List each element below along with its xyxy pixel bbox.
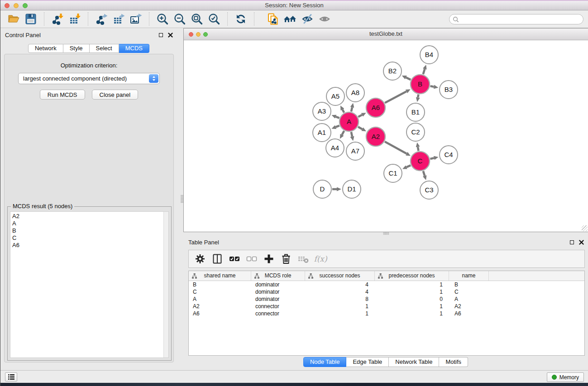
network-minimize-button[interactable]	[196, 32, 201, 37]
graph-node-C3[interactable]: C3	[420, 181, 438, 199]
zoom-selected-button[interactable]	[206, 11, 223, 27]
graph-edge-C-C3[interactable]	[423, 171, 425, 176]
graph-edge-B-B4[interactable]	[423, 69, 425, 74]
graph-edge-B-B2[interactable]	[406, 77, 411, 80]
table-row[interactable]: Bdominator41B	[189, 281, 584, 288]
graph-node-C2[interactable]: C2	[406, 123, 425, 141]
graph-node-D1[interactable]: D1	[343, 180, 361, 198]
float-panel-icon[interactable]	[159, 33, 163, 37]
graph-node-D[interactable]: D	[313, 180, 331, 198]
zoom-window-button[interactable]	[23, 3, 28, 8]
column-layout-button[interactable]	[209, 251, 226, 267]
select-all-button[interactable]	[226, 251, 243, 267]
deselect-all-button[interactable]	[243, 251, 260, 267]
graph-edge-A-A5[interactable]	[343, 110, 344, 113]
graph-edge-B-B1[interactable]	[418, 95, 418, 98]
result-list-item[interactable]: A	[12, 220, 163, 227]
delete-row-button[interactable]	[277, 251, 295, 267]
graph-node-B3[interactable]: B3	[440, 81, 458, 99]
graph-edge-B-B3[interactable]	[430, 86, 434, 87]
task-history-button[interactable]	[5, 372, 17, 381]
graph-edge-A-A2[interactable]	[358, 127, 362, 129]
network-close-button[interactable]	[189, 32, 193, 37]
refresh-layout-button[interactable]	[232, 11, 249, 27]
close-panel-icon[interactable]	[168, 33, 173, 38]
graph-node-B1[interactable]: B1	[406, 103, 425, 121]
graph-edge-C-C2[interactable]	[418, 147, 418, 151]
graph-node-A7[interactable]: A7	[346, 142, 364, 160]
tab-select[interactable]: Select	[90, 44, 119, 53]
search-box[interactable]	[449, 14, 583, 24]
network-graph[interactable]: B4B2BB3A8A5A6B1A3AC2A1A2A4A7C4CC1DD1C3	[184, 40, 588, 232]
node-table[interactable]: shared nameMCDS rolesuccessor nodesprede…	[188, 271, 585, 356]
graph-edge-C-C1[interactable]	[406, 165, 411, 167]
network-canvas[interactable]: B4B2BB3A8A5A6B1A3AC2A1A2A4A7C4CC1DD1C3	[184, 40, 588, 232]
graph-node-A3[interactable]: A3	[313, 102, 331, 120]
zoom-fit-button[interactable]	[188, 11, 206, 27]
window-resize-grip[interactable]	[582, 225, 588, 231]
export-image-button[interactable]	[127, 11, 144, 27]
column-header-MCDS-role[interactable]: MCDS role	[251, 271, 305, 281]
show-all-button[interactable]	[316, 11, 333, 27]
main-titlebar[interactable]: Session: New Session	[0, 0, 588, 10]
graph-edge-A-A6[interactable]	[358, 115, 362, 117]
result-list-scrollbar[interactable]	[163, 212, 168, 357]
criterion-dropdown[interactable]: largest connected component (directed)	[18, 73, 160, 84]
horizontal-splitter-grip[interactable]	[383, 232, 389, 235]
graph-edge-A-A8[interactable]	[351, 107, 352, 111]
graph-edge-A6-B[interactable]	[385, 91, 406, 103]
tab-network[interactable]: Network	[28, 44, 63, 53]
graph-edge-A2-C[interactable]	[385, 142, 406, 153]
graph-node-C1[interactable]: C1	[384, 164, 402, 182]
add-row-button[interactable]	[260, 251, 277, 267]
float-panel-icon[interactable]	[570, 240, 574, 244]
table-row[interactable]: Cdominator41C	[189, 288, 584, 295]
column-header-name[interactable]: name	[449, 271, 489, 281]
graph-edge-A-A7[interactable]	[351, 132, 352, 136]
save-session-button[interactable]	[22, 11, 39, 27]
minimize-window-button[interactable]	[14, 3, 19, 8]
column-header-successor-nodes[interactable]: successor nodes	[305, 271, 375, 281]
new-network-from-selection-button[interactable]	[264, 11, 282, 27]
graph-node-B4[interactable]: B4	[420, 46, 438, 64]
graph-node-A5[interactable]: A5	[326, 87, 344, 105]
column-header-predecessor-nodes[interactable]: predecessor nodes	[375, 271, 449, 281]
close-panel-icon[interactable]	[579, 240, 584, 245]
graph-node-B2[interactable]: B2	[383, 62, 402, 80]
table-settings-button[interactable]	[191, 251, 209, 267]
table-row[interactable]: A2connector11A2	[189, 303, 584, 310]
graph-edge-A-A4[interactable]	[342, 131, 344, 135]
graph-edge-A-A3[interactable]	[336, 117, 339, 118]
hide-selected-button[interactable]	[299, 11, 316, 27]
graph-node-A4[interactable]: A4	[326, 139, 344, 157]
run-mcds-button[interactable]: Run MCDS	[40, 90, 85, 100]
graph-node-C[interactable]: C	[411, 152, 430, 171]
result-list-item[interactable]: C	[12, 234, 163, 242]
zoom-out-button[interactable]	[171, 11, 188, 27]
zoom-in-button[interactable]	[154, 11, 171, 27]
graph-node-A1[interactable]: A1	[313, 124, 331, 142]
network-zoom-button[interactable]	[203, 32, 208, 37]
result-list-item[interactable]: B	[12, 227, 163, 234]
close-panel-button[interactable]: Close panel	[92, 90, 139, 100]
network-window-titlebar[interactable]: testGlobe.txt	[184, 29, 588, 40]
graph-node-A[interactable]: A	[339, 112, 359, 131]
graph-node-B[interactable]: B	[411, 75, 430, 94]
close-window-button[interactable]	[5, 3, 10, 8]
clear-table-button[interactable]	[295, 251, 312, 267]
function-builder-button[interactable]: f(x)	[312, 251, 329, 267]
result-list-item[interactable]: A2	[12, 213, 163, 220]
column-header-shared-name[interactable]: shared name	[189, 271, 251, 281]
open-session-button[interactable]	[5, 11, 22, 27]
graph-node-C4[interactable]: C4	[440, 146, 458, 164]
graph-node-A6[interactable]: A6	[366, 98, 385, 117]
import-table-button[interactable]	[66, 11, 83, 27]
memory-button[interactable]: Memory	[547, 372, 584, 382]
table-row[interactable]: Adominator80A	[189, 295, 584, 303]
table-row[interactable]: A6connector11A6	[189, 310, 584, 317]
export-table-button[interactable]	[110, 11, 127, 27]
graph-node-A2[interactable]: A2	[366, 127, 385, 146]
graph-edge-C-C4[interactable]	[430, 158, 434, 159]
tab-motifs[interactable]: Motifs	[439, 357, 468, 367]
search-input[interactable]	[461, 15, 583, 24]
